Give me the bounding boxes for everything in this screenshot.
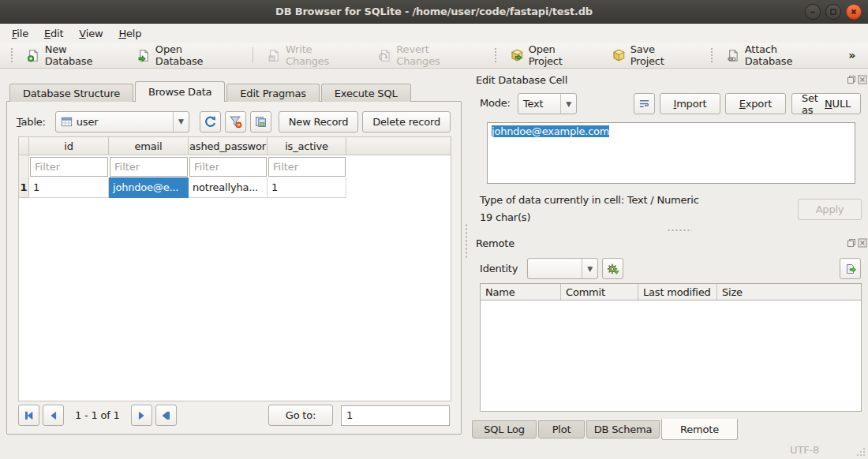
cell-is-active[interactable]: 1 <box>268 177 346 198</box>
cell-editor-selected-text: johndoe@example.com <box>492 125 609 137</box>
apply-button[interactable]: Apply <box>798 199 862 220</box>
vertical-splitter-handle[interactable] <box>465 223 468 258</box>
filter-input-email[interactable] <box>110 157 188 177</box>
maximize-button[interactable] <box>825 4 841 20</box>
write-changes-button[interactable]: Write Changes <box>260 40 365 70</box>
new-database-button[interactable]: New Database <box>20 40 124 70</box>
record-range-label: 1 - 1 of 1 <box>67 409 128 421</box>
word-wrap-button[interactable] <box>634 93 655 114</box>
dock-title-edit-database-cell: Edit Database Cell <box>476 74 567 86</box>
cell-hashed-password[interactable]: notreallyha... <box>189 177 268 198</box>
maximize-icon <box>829 7 838 17</box>
remote-column-last-modified[interactable]: Last modified <box>638 284 717 300</box>
save-project-button[interactable]: Save Project <box>605 40 698 70</box>
save-results-icon <box>254 115 268 129</box>
horizontal-splitter-handle[interactable] <box>667 229 692 232</box>
statusbar: UTF-8 <box>0 440 868 459</box>
close-button[interactable] <box>846 4 862 20</box>
toolbar-drag-handle[interactable] <box>710 47 714 63</box>
grid-filter-row <box>19 155 451 177</box>
set-as-null-button[interactable]: Set as NULL <box>791 93 861 114</box>
refresh-button[interactable] <box>200 111 221 132</box>
tab-execute-sql[interactable]: Execute SQL <box>321 84 411 102</box>
window-controls <box>805 4 862 20</box>
goto-button[interactable]: Go to: <box>268 405 333 426</box>
tab-plot[interactable]: Plot <box>538 420 585 438</box>
column-header-is-active[interactable]: is_active <box>268 137 346 155</box>
open-project-button[interactable]: Open Project <box>503 40 599 70</box>
export-button[interactable]: Export <box>725 93 786 114</box>
next-page-button[interactable] <box>131 405 152 426</box>
goto-input[interactable] <box>341 405 450 426</box>
cell-id[interactable]: 1 <box>29 177 109 198</box>
attach-database-button[interactable]: Attach Database <box>720 40 834 70</box>
column-header-email[interactable]: email <box>109 137 189 155</box>
char-count-label: 19 char(s) <box>480 211 530 223</box>
revert-changes-button[interactable]: Revert Changes <box>372 40 482 70</box>
chevron-down-icon: ▼ <box>560 94 576 114</box>
column-header-hashed-password[interactable]: ashed_passwor <box>189 137 268 155</box>
word-wrap-icon <box>638 98 650 110</box>
tab-edit-pragmas[interactable]: Edit Pragmas <box>226 84 319 102</box>
clear-filter-button[interactable] <box>225 111 246 132</box>
menu-help[interactable]: Help <box>110 26 149 41</box>
last-page-icon <box>160 410 171 421</box>
tab-sql-log[interactable]: SQL Log <box>472 420 537 438</box>
float-dock-button[interactable] <box>847 75 856 84</box>
next-page-icon <box>136 410 147 421</box>
cell-editor[interactable]: johndoe@example.com <box>487 122 855 184</box>
filter-input-hashed-password[interactable] <box>189 157 267 177</box>
tab-database-structure[interactable]: Database Structure <box>9 84 133 102</box>
first-page-button[interactable] <box>18 405 39 426</box>
row-header[interactable]: 1 <box>19 177 29 198</box>
menu-edit[interactable]: Edit <box>36 26 71 41</box>
close-dock-button[interactable] <box>858 238 867 248</box>
refresh-icon <box>204 115 217 129</box>
remote-column-commit[interactable]: Commit <box>561 284 638 300</box>
filter-input-id[interactable] <box>30 157 108 177</box>
tab-db-schema[interactable]: DB Schema <box>586 420 660 438</box>
tab-browse-data[interactable]: Browse Data <box>135 81 225 102</box>
table-row: 1 1 johndoe@e... notreallyha... 1 <box>19 177 451 198</box>
last-page-button[interactable] <box>155 405 177 426</box>
filter-input-is-active[interactable] <box>268 157 346 177</box>
resize-grip[interactable] <box>855 446 866 457</box>
save-project-icon <box>612 49 626 62</box>
previous-page-button[interactable] <box>43 405 64 426</box>
grid-corner-cell[interactable] <box>19 137 29 155</box>
remote-column-size[interactable]: Size <box>717 284 861 300</box>
toolbar-drag-handle[interactable] <box>494 47 498 63</box>
mode-combobox[interactable]: Text ▼ <box>518 93 577 114</box>
toolbar-overflow-button[interactable]: » <box>840 49 863 62</box>
write-changes-icon <box>268 49 281 62</box>
column-header-id[interactable]: id <box>29 137 109 155</box>
cell-email-selected[interactable]: johndoe@e... <box>109 177 189 198</box>
float-dock-button[interactable] <box>847 238 856 248</box>
menu-file[interactable]: File <box>4 26 36 41</box>
toolbar-drag-handle[interactable] <box>10 47 14 63</box>
remote-table: Name Commit Last modified Size <box>480 283 862 412</box>
minimize-button[interactable] <box>805 4 821 20</box>
open-project-icon <box>511 49 524 62</box>
cell-type-info: Type of data currently in cell: Text / N… <box>480 194 699 206</box>
new-record-button[interactable]: New Record <box>279 111 358 132</box>
mode-combobox-value: Text <box>523 98 544 110</box>
tab-remote[interactable]: Remote <box>661 419 738 440</box>
close-dock-button[interactable] <box>858 75 867 84</box>
remote-table-header: Name Commit Last modified Size <box>481 284 861 300</box>
browse-controls: Table: user ▼ <box>17 110 451 132</box>
menu-view[interactable]: View <box>71 26 110 41</box>
table-combobox[interactable]: user ▼ <box>55 111 189 132</box>
identity-combobox[interactable]: ▼ <box>527 258 598 279</box>
remote-column-name[interactable]: Name <box>481 284 561 300</box>
remote-push-button[interactable] <box>840 258 861 279</box>
identity-settings-button[interactable] <box>602 258 623 279</box>
open-database-button[interactable]: Open Database <box>130 40 239 70</box>
delete-record-button[interactable]: Delete record <box>362 111 451 132</box>
save-results-button[interactable] <box>250 111 271 132</box>
grid-header-filler <box>346 137 451 155</box>
app-window: DB Browser for SQLite - /home/user/code/… <box>0 0 868 459</box>
close-icon <box>849 7 859 17</box>
import-button[interactable]: Import <box>660 93 720 114</box>
chevron-down-icon: ▼ <box>582 259 597 278</box>
